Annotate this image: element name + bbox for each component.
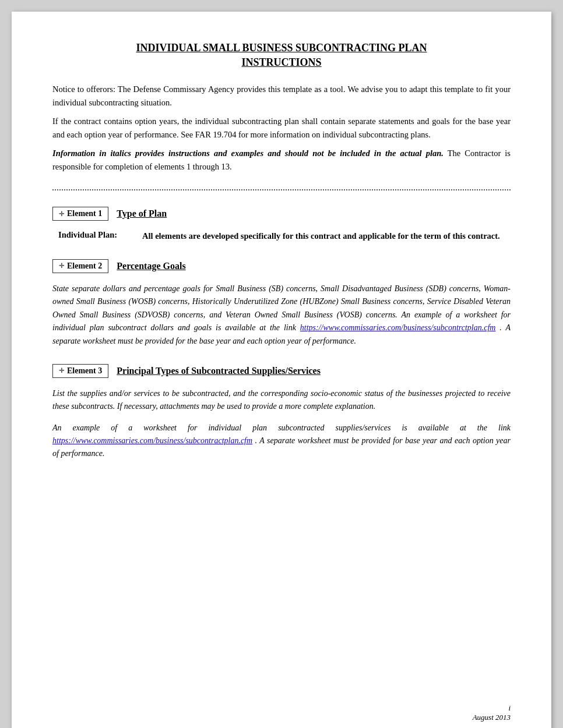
- element-2-header: Element 2 Percentage Goals: [52, 259, 511, 273]
- individual-plan-text: All elements are developed specifically …: [142, 230, 500, 243]
- element-3-header: Element 3 Principal Types of Subcontract…: [52, 364, 511, 378]
- element-1-title: Type of Plan: [117, 208, 167, 219]
- element-3-body: List the supplies and/or services to be …: [52, 387, 511, 461]
- element-3-body-text2: An example of a worksheet for individual…: [52, 423, 511, 432]
- element-3-para1: List the supplies and/or services to be …: [52, 387, 511, 414]
- element-1-badge: Element 1: [52, 207, 108, 221]
- element-3-badge: Element 3: [52, 364, 108, 378]
- element-3-title: Principal Types of Subcontracted Supplie…: [117, 366, 321, 376]
- element-2-badge: Element 2: [52, 259, 108, 273]
- element-3-section: Element 3 Principal Types of Subcontract…: [52, 364, 511, 461]
- element-3-para2: An example of a worksheet for individual…: [52, 422, 511, 461]
- title-line2: INSTRUCTIONS: [52, 55, 511, 70]
- element-1-header: Element 1 Type of Plan: [52, 207, 511, 221]
- intro-paragraph3: Information in italics provides instruct…: [52, 147, 511, 173]
- intro-paragraph1: Notice to offerors: The Defense Commissa…: [52, 83, 511, 109]
- page-footer: i August 2013: [473, 704, 511, 722]
- title-line1: INDIVIDUAL SMALL BUSINESS SUBCONTRACTING…: [52, 41, 511, 55]
- section-divider: [52, 189, 511, 190]
- individual-plan-row: Individual Plan: All elements are develo…: [52, 230, 511, 243]
- element-1-section: Element 1 Type of Plan Individual Plan: …: [52, 207, 511, 243]
- element-2-section: Element 2 Percentage Goals State separat…: [52, 259, 511, 348]
- element-2-title: Percentage Goals: [117, 261, 185, 271]
- footer-date: August 2013: [473, 713, 511, 722]
- intro-paragraph2: If the contract contains option years, t…: [52, 115, 511, 141]
- element-2-body: State separate dollars and percentage go…: [52, 282, 511, 348]
- document-title: INDIVIDUAL SMALL BUSINESS SUBCONTRACTING…: [52, 41, 511, 70]
- document-page: INDIVIDUAL SMALL BUSINESS SUBCONTRACTING…: [12, 12, 551, 728]
- element-2-link1[interactable]: https://www.commissaries.com/business/su…: [300, 323, 496, 332]
- element-3-link2[interactable]: https://www.commissaries.com/business/su…: [52, 436, 252, 445]
- individual-plan-label: Individual Plan:: [58, 230, 134, 240]
- page-number: i: [473, 704, 511, 713]
- element-2-para1: State separate dollars and percentage go…: [52, 282, 511, 348]
- intro-bold-text: Information in italics provides instruct…: [52, 149, 444, 158]
